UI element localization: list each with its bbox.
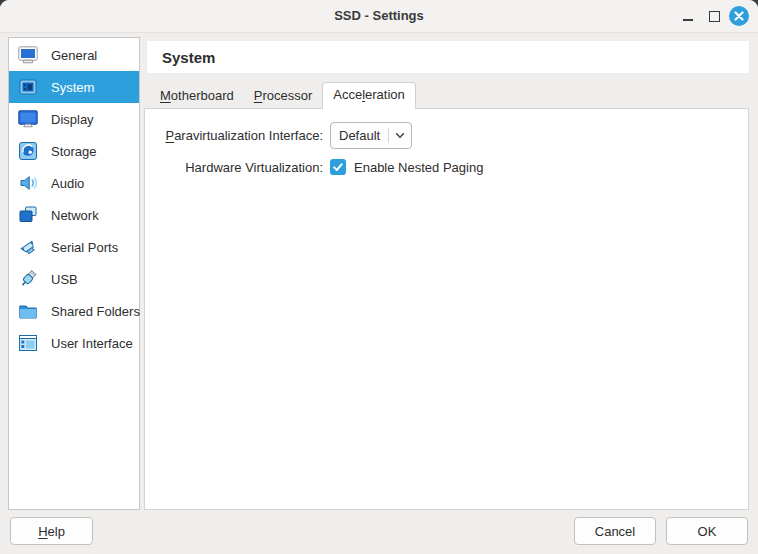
system-tabs: Motherboard Processor Acceleration (150, 84, 416, 108)
network-cards-icon (17, 204, 39, 226)
minimize-icon (683, 19, 693, 21)
paravirtualization-label: Paravirtualization Interface: (145, 128, 323, 143)
titlebar: SSD - Settings (0, 0, 758, 33)
settings-window: SSD - Settings General (0, 0, 758, 554)
sidebar-item-usb[interactable]: USB (9, 263, 139, 295)
settings-category-list: General System (8, 37, 140, 510)
sidebar-item-label: Audio (51, 176, 84, 191)
display-icon (17, 108, 39, 130)
sidebar-item-label: USB (51, 272, 78, 287)
sidebar-item-serial-ports[interactable]: Serial Ports (9, 231, 139, 263)
sidebar-item-audio[interactable]: Audio (9, 167, 139, 199)
maximize-button[interactable] (702, 0, 726, 32)
tab-motherboard[interactable]: Motherboard (150, 84, 244, 108)
sidebar-item-label: Shared Folders (51, 304, 140, 319)
sidebar-item-label: Storage (51, 144, 97, 159)
usb-plug-icon (17, 268, 39, 290)
sidebar-item-display[interactable]: Display (9, 103, 139, 135)
nested-paging-label: Enable Nested Paging (354, 160, 483, 175)
cancel-button[interactable]: Cancel (574, 517, 656, 545)
tab-processor[interactable]: Processor (244, 84, 323, 108)
paravirtualization-row: Paravirtualization Interface: Default (145, 122, 748, 149)
maximize-icon (709, 11, 720, 22)
sidebar-item-label: User Interface (51, 336, 133, 351)
sidebar-item-user-interface[interactable]: User Interface (9, 327, 139, 359)
monitor-icon (17, 44, 39, 66)
close-icon (729, 6, 749, 26)
help-button[interactable]: Help (10, 517, 93, 545)
chipset-icon (17, 76, 39, 98)
window-ui-icon (17, 332, 39, 354)
paravirtualization-select[interactable]: Default (330, 122, 412, 149)
sidebar-item-label: Serial Ports (51, 240, 118, 255)
serial-port-icon (17, 236, 39, 258)
sidebar-item-label: Display (51, 112, 94, 127)
sidebar-item-general[interactable]: General (9, 39, 139, 71)
sidebar-item-shared-folders[interactable]: Shared Folders (9, 295, 139, 327)
acceleration-tab-panel: Paravirtualization Interface: Default Ha… (144, 108, 749, 510)
page-title: System (162, 49, 215, 66)
hard-disk-icon (17, 140, 39, 162)
hardware-virtualization-row: Hardware Virtualization: Enable Nested P… (145, 159, 748, 175)
sidebar-item-system[interactable]: System (9, 71, 139, 103)
nested-paging-checkbox[interactable] (330, 159, 346, 175)
sidebar-item-label: System (51, 80, 94, 95)
window-title: SSD - Settings (0, 0, 758, 32)
tab-acceleration[interactable]: Acceleration (322, 82, 416, 109)
speaker-icon (17, 172, 39, 194)
sidebar-item-network[interactable]: Network (9, 199, 139, 231)
paravirtualization-selected-value: Default (331, 128, 388, 143)
sidebar-item-storage[interactable]: Storage (9, 135, 139, 167)
folder-icon (17, 300, 39, 322)
hardware-virtualization-label: Hardware Virtualization: (145, 160, 323, 175)
page-header: System (147, 41, 749, 73)
close-button[interactable] (726, 0, 752, 32)
sidebar-item-label: Network (51, 208, 99, 223)
ok-button[interactable]: OK (666, 517, 748, 545)
minimize-button[interactable] (676, 0, 700, 32)
sidebar-item-label: General (51, 48, 97, 63)
chevron-down-icon (389, 132, 411, 139)
